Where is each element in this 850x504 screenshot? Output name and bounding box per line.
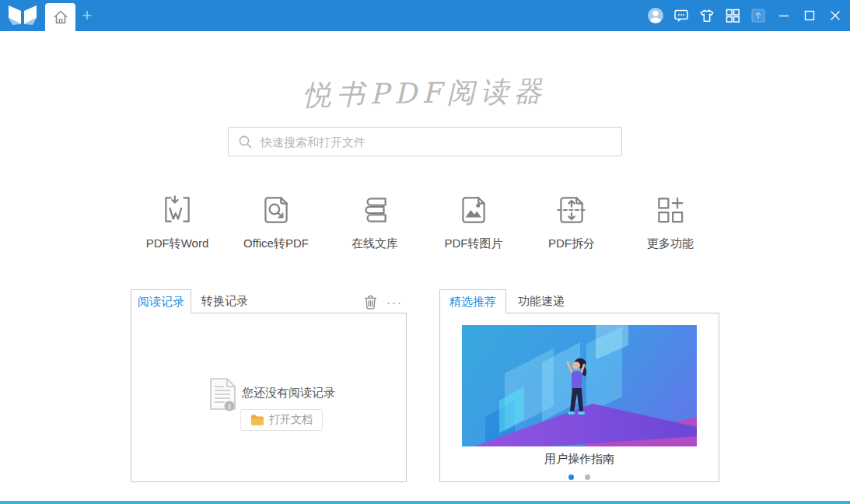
titlebar: +: [0, 0, 850, 31]
pdf-to-image-icon: [426, 191, 521, 229]
app-title: 悦书PDF阅读器: [0, 67, 850, 120]
feature-label: PDF拆分: [524, 236, 619, 251]
feature-label: 更多功能: [623, 236, 718, 251]
more-features-icon: [623, 191, 718, 229]
upload-icon[interactable]: [750, 7, 767, 24]
maximize-button[interactable]: [801, 7, 818, 24]
empty-document-icon: !: [209, 377, 237, 415]
home-icon: [52, 9, 69, 26]
empty-state-text: 您还没有阅读记录: [242, 386, 335, 401]
search-input[interactable]: [261, 135, 612, 149]
svg-text:!: !: [228, 402, 230, 411]
close-button[interactable]: [827, 7, 844, 24]
pdf-to-word-icon: [130, 191, 225, 229]
feature-online-library[interactable]: 在线文库: [327, 191, 422, 251]
carousel-dot-active[interactable]: [568, 474, 574, 480]
minimize-button[interactable]: [775, 7, 792, 24]
feature-label: Office转PDF: [229, 236, 324, 251]
app-logo-icon: [7, 3, 38, 28]
tab-convert-records[interactable]: 转换记录: [191, 289, 258, 313]
office-to-pdf-icon: [229, 191, 324, 229]
tab-feature-updates[interactable]: 功能速递: [506, 289, 576, 313]
carousel-dots: [440, 474, 719, 480]
avatar[interactable]: [647, 7, 664, 24]
theme-tshirt-icon[interactable]: [698, 7, 715, 24]
apps-grid-icon[interactable]: [724, 7, 741, 24]
bottom-accent-bar: [0, 501, 850, 504]
open-document-label: 打开文档: [269, 413, 313, 427]
feature-label: PDF转图片: [426, 236, 521, 251]
tab-featured[interactable]: 精选推荐: [439, 289, 506, 313]
promo-illustration[interactable]: [462, 325, 697, 446]
feature-label: 在线文库: [327, 236, 422, 251]
minimize-icon: [778, 10, 789, 21]
titlebar-actions: [647, 0, 844, 31]
feature-pdf-to-word[interactable]: PDF转Word: [130, 191, 225, 251]
tab-reading-records[interactable]: 阅读记录: [131, 289, 191, 313]
home-tab[interactable]: [45, 3, 75, 31]
search-icon: [238, 135, 253, 149]
feature-office-to-pdf[interactable]: Office转PDF: [229, 191, 324, 251]
new-tab-button[interactable]: +: [78, 6, 96, 25]
feature-pdf-to-image[interactable]: PDF转图片: [426, 191, 521, 251]
trash-icon[interactable]: [364, 295, 377, 310]
search-box[interactable]: [228, 127, 622, 156]
close-icon: [830, 10, 841, 21]
reading-records-panel: ! 您还没有阅读记录 打开文档: [131, 313, 407, 482]
pdf-split-icon: [524, 191, 619, 229]
feedback-chat-icon[interactable]: [673, 7, 690, 24]
online-library-icon: [327, 191, 422, 229]
feature-more[interactable]: 更多功能: [623, 191, 718, 251]
promo-panel: 用户操作指南: [439, 313, 719, 482]
feature-label: PDF转Word: [130, 236, 225, 251]
folder-icon: [250, 415, 264, 425]
app-window: +: [0, 0, 850, 504]
feature-pdf-split[interactable]: PDF拆分: [524, 191, 619, 251]
open-document-button[interactable]: 打开文档: [240, 409, 323, 431]
maximize-icon: [804, 10, 815, 21]
carousel-dot[interactable]: [585, 474, 590, 480]
promo-caption: 用户操作指南: [440, 452, 719, 467]
more-options-icon[interactable]: ···: [387, 296, 403, 309]
